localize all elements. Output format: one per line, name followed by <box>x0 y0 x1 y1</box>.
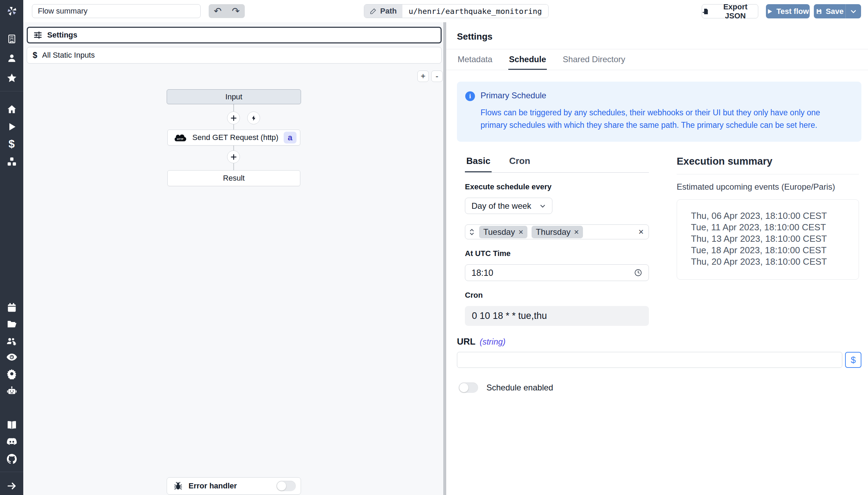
http-cloud-icon: HTTP <box>173 133 187 142</box>
schedule-enabled-toggle[interactable] <box>459 382 478 393</box>
all-static-inputs-label: All Static Inputs <box>42 51 95 60</box>
day-tag-label: Thursday <box>536 227 570 237</box>
plus-icon <box>231 154 237 160</box>
tab-metadata[interactable]: Metadata <box>457 49 493 70</box>
flow-settings-button[interactable]: Settings <box>27 27 442 43</box>
all-static-inputs-button[interactable]: $ All Static Inputs <box>27 47 442 64</box>
play-icon <box>767 8 773 15</box>
calendar-icon[interactable] <box>7 302 17 313</box>
dollar-icon[interactable]: $ <box>9 138 15 149</box>
app-root: $ <box>0 0 868 495</box>
url-type-label: (string) <box>479 337 506 347</box>
arrow-right-icon[interactable] <box>6 480 17 492</box>
error-handler-toggle[interactable] <box>276 481 296 491</box>
insert-variable-button[interactable]: $ <box>845 352 861 368</box>
book-icon[interactable] <box>6 420 17 431</box>
github-icon[interactable] <box>6 453 18 465</box>
path-value[interactable]: u/henri/earthquake_monitoring <box>402 5 548 18</box>
tab-schedule[interactable]: Schedule <box>508 49 547 70</box>
star-icon[interactable] <box>6 73 17 84</box>
clock-icon[interactable] <box>634 269 642 277</box>
undo-button[interactable]: ↶ <box>209 4 227 18</box>
export-json-button[interactable]: Export JSON <box>702 4 758 18</box>
play-icon[interactable] <box>7 122 17 132</box>
info-title: Primary Schedule <box>481 91 849 100</box>
url-input[interactable] <box>457 352 842 368</box>
utc-time-input[interactable] <box>471 268 541 278</box>
utc-time-field <box>465 264 649 281</box>
event-row: Thu, 13 Apr 2023, 18:10:00 CEST <box>691 233 850 245</box>
flow-graph-panel: Settings $ All Static Inputs + - Input <box>23 22 443 495</box>
event-row: Thu, 06 Apr 2023, 18:10:00 CEST <box>691 210 850 222</box>
result-node-label: Result <box>223 174 244 183</box>
error-handler-node[interactable]: Error handler <box>167 477 301 495</box>
trigger-button[interactable] <box>247 112 260 124</box>
flow-node-result[interactable]: Result <box>167 170 300 186</box>
building-icon[interactable] <box>7 34 17 44</box>
primary-schedule-info-box: i Primary Schedule Flows can be triggere… <box>457 82 861 142</box>
remove-tag-icon[interactable]: × <box>518 227 523 237</box>
clear-all-icon[interactable]: × <box>639 226 644 237</box>
settings-title: Settings <box>457 31 868 42</box>
cubes-icon[interactable] <box>6 156 17 167</box>
add-step-button[interactable] <box>227 112 240 124</box>
home-icon[interactable] <box>6 104 17 115</box>
event-row: Tue, 11 Apr 2023, 18:10:00 CEST <box>691 222 850 233</box>
days-multiselect[interactable]: Tuesday × Thursday × × <box>465 224 649 239</box>
tab-shared-directory[interactable]: Shared Directory <box>562 49 626 70</box>
tab-basic[interactable]: Basic <box>465 156 492 172</box>
save-dropdown-button[interactable] <box>846 4 861 18</box>
error-handler-label: Error handler <box>189 481 271 490</box>
chevron-down-icon <box>850 8 857 15</box>
discord-icon[interactable] <box>6 436 18 448</box>
tab-cron[interactable]: Cron <box>508 156 532 172</box>
canvas-zoom-out-button[interactable]: - <box>431 71 443 82</box>
node-id-badge: a <box>284 132 297 143</box>
event-row: Thu, 20 Apr 2023, 18:10:00 CEST <box>691 256 850 267</box>
execute-every-label: Execute schedule every <box>465 182 649 191</box>
dollar-icon: $ <box>33 50 37 60</box>
chevron-down-icon <box>539 202 546 210</box>
path-label: Path <box>364 5 402 18</box>
pencil-icon <box>370 8 377 15</box>
flow-node-input[interactable]: Input <box>167 89 301 104</box>
schedule-enabled-label: Schedule enabled <box>486 383 553 393</box>
cron-label: Cron <box>465 291 649 300</box>
robot-icon[interactable] <box>6 385 17 396</box>
url-label: URL <box>457 336 475 347</box>
info-icon: i <box>465 91 475 101</box>
remove-tag-icon[interactable]: × <box>574 227 579 237</box>
frequency-value: Day of the week <box>471 201 531 211</box>
windmill-logo-icon[interactable] <box>6 5 18 17</box>
path-field[interactable]: Path u/henri/earthquake_monitoring <box>364 4 549 18</box>
canvas-zoom-in-button[interactable]: + <box>417 71 429 82</box>
user-icon[interactable] <box>7 53 17 63</box>
schedule-form: Basic Cron Execute schedule every Day of… <box>465 156 649 326</box>
execution-summary-title: Execution summary <box>677 156 859 174</box>
flow-settings-label: Settings <box>47 31 77 40</box>
sliders-icon <box>33 31 42 40</box>
redo-button[interactable]: ↷ <box>227 4 245 18</box>
flow-summary-input[interactable] <box>32 4 201 18</box>
eye-icon[interactable] <box>6 351 18 363</box>
upcoming-events-box: Thu, 06 Apr 2023, 18:10:00 CEST Tue, 11 … <box>677 199 859 280</box>
schedule-mode-tabs: Basic Cron <box>465 156 649 173</box>
lightning-icon <box>251 115 257 121</box>
folder-icon[interactable] <box>6 319 17 330</box>
frequency-select[interactable]: Day of the week <box>465 198 552 214</box>
panel-resize-handle[interactable] <box>443 22 446 495</box>
execution-summary: Execution summary Estimated upcoming eve… <box>677 156 859 326</box>
add-step-button[interactable] <box>227 150 240 163</box>
cron-expression: 0 10 18 * * tue,thu <box>465 306 649 326</box>
settings-panel: Settings Metadata Schedule Shared Direct… <box>446 22 868 495</box>
users-gear-icon[interactable] <box>6 335 18 347</box>
sidebar-divider <box>0 472 23 472</box>
event-row: Tue, 18 Apr 2023, 18:10:00 CEST <box>691 245 850 256</box>
url-label-row: URL (string) <box>457 336 861 347</box>
plus-icon <box>231 115 237 121</box>
gear-icon[interactable] <box>6 368 17 379</box>
input-node-label: Input <box>225 92 242 101</box>
save-button[interactable]: Save <box>814 4 846 18</box>
flow-node-http[interactable]: HTTP Send GET Request (http) a <box>167 130 300 146</box>
test-flow-button[interactable]: Test flow <box>766 4 810 18</box>
